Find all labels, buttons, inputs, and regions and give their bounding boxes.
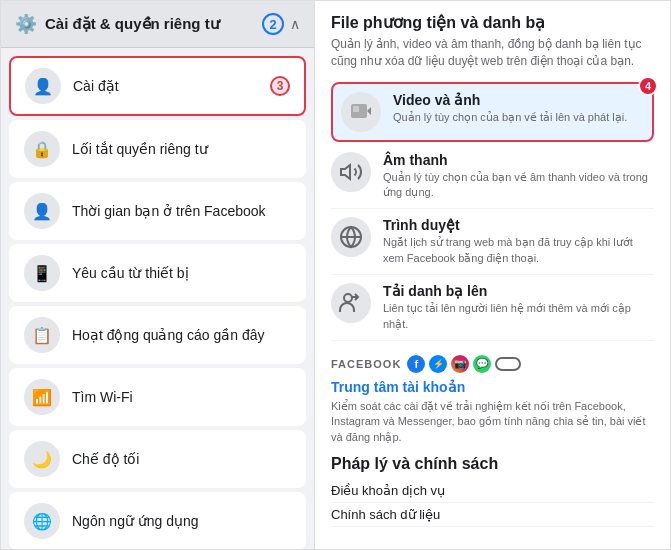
- svg-point-9: [344, 294, 352, 302]
- menu-item-loi-tat[interactable]: 🔒 Lối tắt quyền riêng tư: [9, 120, 306, 178]
- menu-item-che-do-toi[interactable]: 🌙 Chế độ tối: [9, 430, 306, 488]
- menu-item-tim-wifi[interactable]: 📶 Tìm Wi-Fi: [9, 368, 306, 426]
- menu-item-yeu-cau[interactable]: 📱 Yêu cầu từ thiết bị: [9, 244, 306, 302]
- ngon-ngu-icon: 🌐: [24, 503, 60, 539]
- hoat-dong-icon: 📋: [24, 317, 60, 353]
- video-anh-icon: [341, 92, 381, 132]
- left-header-left: ⚙️ Cài đặt & quyền riêng tư: [15, 13, 220, 35]
- badge-2: 2: [262, 13, 284, 35]
- facebook-brand-icon: f: [407, 355, 425, 373]
- trinh-duyet-title: Trình duyệt: [383, 217, 654, 233]
- che-do-toi-label: Chế độ tối: [72, 451, 139, 467]
- phap-ly-title: Pháp lý và chính sách: [331, 455, 654, 473]
- right-item-trinh-duyet[interactable]: Trình duyệt Ngắt lịch sử trang web mà bạ…: [331, 209, 654, 275]
- che-do-toi-icon: 🌙: [24, 441, 60, 477]
- menu-item-cai-dat[interactable]: 👤 Cài đặt 3: [9, 56, 306, 116]
- tai-danh-ba-title: Tải danh bạ lên: [383, 283, 654, 299]
- file-section-title: File phương tiện và danh bạ: [331, 13, 654, 32]
- trinh-duyet-content: Trình duyệt Ngắt lịch sử trang web mà bạ…: [383, 217, 654, 266]
- gear-icon: ⚙️: [15, 13, 37, 35]
- video-anh-title: Video và ảnh: [393, 92, 644, 108]
- svg-rect-5: [353, 106, 359, 112]
- loi-tat-icon: 🔒: [24, 131, 60, 167]
- right-panel: File phương tiện và danh bạ Quản lý ảnh,…: [315, 1, 670, 549]
- thoi-gian-icon: 👤: [24, 193, 60, 229]
- tai-danh-ba-content: Tải danh bạ lên Liên tục tải lên người l…: [383, 283, 654, 332]
- chevron-up-icon: ∧: [290, 16, 300, 32]
- svg-marker-4: [367, 107, 371, 115]
- menu-item-hoat-dong[interactable]: 📋 Hoạt động quảng cáo gần đây: [9, 306, 306, 364]
- yeu-cau-icon: 📱: [24, 255, 60, 291]
- facebook-brand-row: FACEBOOK f ⚡ 📷 💬: [331, 355, 654, 373]
- tai-danh-ba-icon: [331, 283, 371, 323]
- ngon-ngu-label: Ngôn ngữ ứng dụng: [72, 513, 199, 529]
- video-anh-desc: Quản lý tùy chọn của bạn về tải lên và p…: [393, 110, 644, 125]
- brand-icons: f ⚡ 📷 💬: [407, 355, 521, 373]
- am-thanh-title: Âm thanh: [383, 152, 654, 168]
- tai-danh-ba-desc: Liên tục tải lên người liên hệ mới thêm …: [383, 301, 654, 332]
- menu-item-thoi-gian[interactable]: 👤 Thời gian bạn ở trên Facebook: [9, 182, 306, 240]
- thoi-gian-label: Thời gian bạn ở trên Facebook: [72, 203, 266, 219]
- cai-dat-label: Cài đặt: [73, 78, 119, 94]
- left-menu-list: 👤 Cài đặt 3 🔒 Lối tắt quyền riêng tư 👤 T…: [1, 48, 314, 549]
- messenger-brand-icon: ⚡: [429, 355, 447, 373]
- left-panel: ⚙️ Cài đặt & quyền riêng tư 2 ∧ 👤 Cài đặ…: [1, 1, 315, 549]
- right-item-tai-danh-ba[interactable]: Tải danh bạ lên Liên tục tải lên người l…: [331, 275, 654, 341]
- trinh-duyet-desc: Ngắt lịch sử trang web mà bạn đã truy cậ…: [383, 235, 654, 266]
- right-item-am-thanh[interactable]: Âm thanh Quản lý tùy chọn của bạn về âm …: [331, 144, 654, 210]
- main-container: ⚙️ Cài đặt & quyền riêng tư 2 ∧ 👤 Cài đặ…: [0, 0, 671, 550]
- phap-ly-section: Pháp lý và chính sách Điều khoản dịch vụ…: [331, 455, 654, 527]
- badge-3: 3: [270, 76, 290, 96]
- badge-4: 4: [638, 76, 658, 96]
- svg-marker-6: [341, 165, 350, 179]
- left-header-title: Cài đặt & quyền riêng tư: [45, 15, 220, 33]
- yeu-cau-label: Yêu cầu từ thiết bị: [72, 265, 189, 281]
- hoat-dong-label: Hoạt động quảng cáo gần đây: [72, 327, 264, 343]
- phap-ly-dieu-khoan[interactable]: Điều khoản dịch vụ: [331, 479, 654, 503]
- am-thanh-content: Âm thanh Quản lý tùy chọn của bạn về âm …: [383, 152, 654, 201]
- cai-dat-icon: 👤: [25, 68, 61, 104]
- right-item-video-anh[interactable]: Video và ảnh Quản lý tùy chọn của bạn về…: [331, 82, 654, 142]
- am-thanh-icon: [331, 152, 371, 192]
- trung-tam-link[interactable]: Trung tâm tài khoản: [331, 379, 654, 395]
- instagram-brand-icon: 📷: [451, 355, 469, 373]
- phap-ly-chinh-sach[interactable]: Chính sách dữ liệu: [331, 503, 654, 527]
- trung-tam-desc: Kiểm soát các cài đặt về trải nghiệm kết…: [331, 399, 654, 445]
- menu-item-ngon-ngu[interactable]: 🌐 Ngôn ngữ ứng dụng: [9, 492, 306, 549]
- header-right: 2 ∧: [262, 13, 300, 35]
- file-section-desc: Quản lý ảnh, video và âm thanh, đồng bộ …: [331, 36, 654, 70]
- trinh-duyet-icon: [331, 217, 371, 257]
- left-header[interactable]: ⚙️ Cài đặt & quyền riêng tư 2 ∧: [1, 1, 314, 48]
- facebook-section: FACEBOOK f ⚡ 📷 💬 Trung tâm tài khoản Kiể…: [331, 355, 654, 445]
- tim-wifi-label: Tìm Wi-Fi: [72, 389, 133, 405]
- tim-wifi-icon: 📶: [24, 379, 60, 415]
- facebook-brand-text: FACEBOOK: [331, 358, 401, 370]
- loi-tat-label: Lối tắt quyền riêng tư: [72, 141, 208, 157]
- am-thanh-desc: Quản lý tùy chọn của bạn về âm thanh vid…: [383, 170, 654, 201]
- oculus-brand-icon: [495, 357, 521, 371]
- video-anh-content: Video và ảnh Quản lý tùy chọn của bạn về…: [393, 92, 644, 125]
- whatsapp-brand-icon: 💬: [473, 355, 491, 373]
